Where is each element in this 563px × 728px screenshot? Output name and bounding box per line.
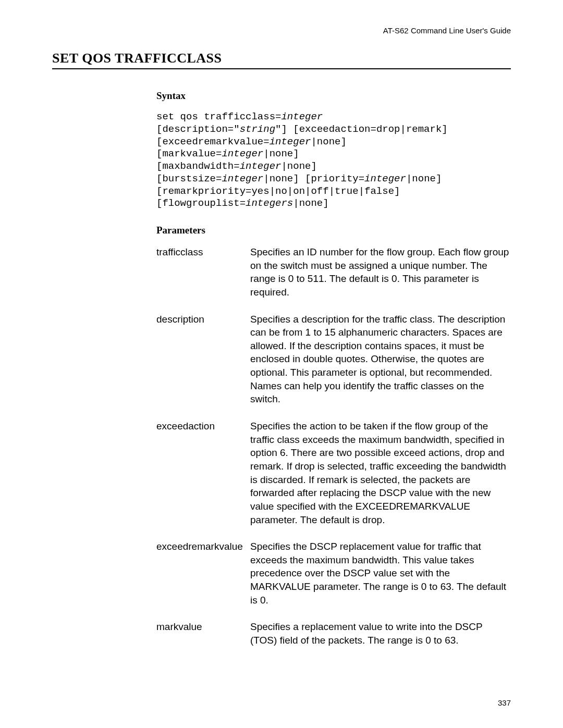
param-desc: Specifies the action to be taken if the …: [250, 419, 511, 526]
syntax-arg: integer: [222, 173, 263, 184]
param-row: exceedaction Specifies the action to be …: [156, 419, 511, 526]
param-desc: Specifies a replacement value to write i…: [250, 620, 511, 647]
syntax-heading: Syntax: [156, 90, 511, 102]
param-name: trafficclass: [156, 245, 250, 258]
content-block: Syntax set qos trafficclass=integer [des…: [156, 90, 511, 647]
syntax-text: set qos trafficclass=: [156, 111, 281, 122]
syntax-text: |none]: [406, 173, 442, 184]
parameters-heading: Parameters: [156, 225, 511, 236]
syntax-text: [exceedremarkvalue=: [156, 136, 270, 147]
param-desc: Specifies a description for the traffic …: [250, 313, 511, 406]
syntax-text: [remarkpriority=yes|no|on|off|true|false…: [156, 186, 400, 197]
syntax-text: [burstsize=: [156, 173, 222, 184]
page-number: 337: [498, 698, 511, 707]
syntax-text: |none]: [293, 198, 328, 209]
param-name: exceedremarkvalue: [156, 540, 250, 552]
syntax-text: [description=": [156, 124, 240, 135]
syntax-arg: integer: [270, 136, 311, 147]
param-row: description Specifies a description for …: [156, 313, 511, 406]
syntax-text: |none]: [281, 161, 316, 172]
syntax-arg: integer: [364, 173, 406, 184]
syntax-arg: integer: [281, 111, 323, 122]
page: AT-S62 Command Line User's Guide SET QOS…: [0, 0, 563, 728]
parameters-list: trafficclass Specifies an ID number for …: [156, 245, 511, 647]
header-guide-title: AT-S62 Command Line User's Guide: [52, 26, 511, 35]
param-desc: Specifies the DSCP replacement value for…: [250, 540, 511, 607]
syntax-arg: integer: [222, 148, 263, 159]
param-name: markvalue: [156, 620, 250, 633]
command-title: SET QOS TRAFFICCLASS: [52, 51, 511, 69]
syntax-text: [flowgrouplist=: [156, 198, 246, 209]
param-row: exceedremarkvalue Specifies the DSCP rep…: [156, 540, 511, 607]
syntax-text: |none]: [263, 148, 299, 159]
param-row: markvalue Specifies a replacement value …: [156, 620, 511, 647]
syntax-text: "] [exceedaction=drop|remark]: [275, 124, 448, 135]
syntax-text: [markvalue=: [156, 148, 222, 159]
syntax-arg: integers: [246, 198, 293, 209]
syntax-arg: integer: [240, 161, 282, 172]
param-name: exceedaction: [156, 419, 250, 432]
param-row: trafficclass Specifies an ID number for …: [156, 245, 511, 299]
syntax-text: |none] [priority=: [263, 173, 364, 184]
syntax-text: [maxbandwidth=: [156, 161, 240, 172]
param-desc: Specifies an ID number for the flow grou…: [250, 245, 511, 299]
syntax-block: set qos trafficclass=integer [descriptio…: [156, 111, 511, 210]
param-name: description: [156, 313, 250, 325]
syntax-arg: string: [240, 124, 275, 135]
syntax-text: |none]: [311, 136, 346, 147]
